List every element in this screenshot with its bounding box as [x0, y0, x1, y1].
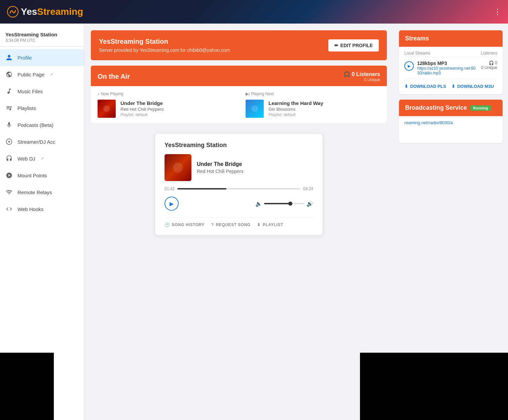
sidebar-item-music-files[interactable]: Music Files	[0, 83, 84, 100]
download-pls-button[interactable]: ⬇ DOWNLOAD PLS	[404, 84, 446, 89]
sidebar-item-remote-relays-label: Remote Relays	[17, 189, 52, 195]
headphones-icon: 🎧	[343, 71, 350, 77]
playing-next-album-art	[246, 100, 264, 118]
player-track-info: Under The Bridge Red Hot Chili Peppers	[197, 161, 244, 174]
sidebar-item-podcasts[interactable]: Podcasts (Beta)	[0, 116, 84, 133]
volume-knob	[288, 202, 292, 206]
now-playing-album-art	[98, 100, 116, 118]
request-song-button[interactable]: ? REQUEST SONG	[211, 222, 251, 227]
download-icon: ⬇	[257, 222, 261, 227]
topbar: YesStreaming ⋮	[0, 0, 508, 24]
playing-next-playlist: Playlist: default	[268, 112, 323, 117]
sidebar-item-playlists-label: Playlists	[17, 105, 36, 111]
sidebar-item-mount-points[interactable]: Mount Points	[0, 167, 84, 184]
headphones-icon	[5, 155, 13, 162]
topbar-menu-button[interactable]: ⋮	[494, 7, 501, 16]
music-note-icon	[5, 88, 13, 95]
volume-high-icon: 🔊	[306, 201, 313, 207]
music-note-icon: ♪	[98, 92, 100, 96]
sidebar-item-remote-relays[interactable]: Remote Relays	[0, 184, 84, 201]
sidebar-item-podcasts-label: Podcasts (Beta)	[17, 122, 53, 128]
broadcasting-title: Broadcasting Service	[405, 104, 467, 111]
playing-next-track-name: Learning the Hard Way	[268, 100, 323, 106]
player-play-button[interactable]: ▶	[165, 197, 179, 211]
broadcasting-url[interactable]: reaming.net/radio/8030/a	[404, 120, 497, 125]
sidebar-station-name: YesStreaming Station	[5, 32, 78, 37]
edit-profile-button[interactable]: ✏ EDIT PROFILE	[328, 39, 379, 51]
volume-fill	[264, 203, 290, 204]
player-controls: ▶ 🔈 🔊	[165, 197, 313, 211]
sidebar-item-streamer-dj-label: Streamer/DJ Acc	[17, 139, 56, 145]
profile-card: YesStreaming Station Server provided by …	[91, 30, 387, 60]
now-playing-artist: Red Hot Chili Peppers	[120, 107, 164, 112]
volume-bar[interactable]	[264, 203, 304, 204]
logo-icon	[7, 6, 19, 18]
play-next-icon: ▶|	[246, 92, 250, 96]
listener-unique: 0 Unique	[364, 77, 380, 82]
stream-url[interactable]: https://az10.yesstreaming.net:8030/radio…	[417, 66, 478, 75]
streams-card: Streams Local Streams Listeners ▶ 128kbp…	[399, 30, 503, 94]
station-name: YesStreaming Station	[99, 38, 230, 45]
sidebar-item-public-page[interactable]: Public Page ↗	[0, 66, 84, 83]
player-track-artist: Red Hot Chili Peppers	[197, 169, 244, 174]
streams-body: Local Streams Listeners ▶ 128kbps MP3 ht…	[399, 47, 503, 94]
profile-card-text: YesStreaming Station Server provided by …	[99, 38, 230, 53]
sidebar-station-time: 3:34:08 PM UTC	[5, 38, 78, 43]
on-air-listeners: 🎧 0 Listeners 0 Unique	[343, 71, 380, 82]
listener-count: 🎧 0 Listeners	[343, 71, 380, 77]
now-playing-section: ♪ Now Playing Under The Bridge Red Hot C…	[98, 92, 232, 118]
volume-low-icon: 🔈	[255, 201, 262, 207]
now-playing-track-name: Under The Bridge	[120, 100, 164, 106]
sidebar-item-profile[interactable]: Profile	[0, 49, 84, 66]
microphone-icon	[5, 121, 13, 129]
stream-listeners: 🎧 0 0 Unique	[481, 61, 497, 70]
player-album-art	[165, 154, 191, 181]
player-progress-row: 01:42 04:24	[165, 186, 313, 191]
sidebar-item-web-hooks[interactable]: Web Hooks	[0, 201, 84, 217]
stream-name: 128kbps MP3	[417, 61, 478, 66]
playlist-button[interactable]: ⬇ PLAYLIST	[257, 222, 283, 227]
player-station-name: YesStreaming Station	[165, 142, 313, 149]
sidebar-item-web-hooks-label: Web Hooks	[17, 206, 43, 212]
now-playing-playlist: Playlist: default	[120, 112, 164, 117]
logo-text: YesStreaming	[21, 6, 83, 17]
stream-play-icon[interactable]: ▶	[404, 61, 414, 71]
player-time-total: 04:24	[303, 186, 313, 191]
black-overlay-right	[360, 353, 508, 420]
sidebar-item-web-dj-label: Web DJ	[17, 156, 35, 162]
black-overlay-left	[0, 353, 54, 420]
broadcasting-body: reaming.net/radio/8030/a	[399, 116, 503, 143]
streams-actions: ⬇ DOWNLOAD PLS ⬇ DOWNLOAD M3U	[404, 82, 497, 90]
player-volume-row: 🔈 🔊	[179, 201, 313, 207]
download-pls-icon: ⬇	[404, 84, 408, 89]
mount-icon	[5, 172, 13, 179]
on-air-header: On the Air 🎧 0 Listeners 0 Unique	[91, 66, 387, 86]
main-content: YesStreaming Station Server provided by …	[84, 24, 394, 420]
player-track-row: Under The Bridge Red Hot Chili Peppers	[165, 154, 313, 181]
on-air-title: On the Air	[98, 73, 130, 80]
sidebar-item-music-files-label: Music Files	[17, 89, 43, 94]
sidebar-item-streamer-dj[interactable]: Streamer/DJ Acc	[0, 133, 84, 150]
playing-next-artist: Gin Blossoms	[268, 107, 323, 112]
stream-item: ▶ 128kbps MP3 https://az10.yesstreaming.…	[404, 61, 497, 75]
player-progress-bar[interactable]	[177, 188, 300, 189]
sidebar-station-info: YesStreaming Station 3:34:08 PM UTC	[0, 27, 84, 46]
request-icon: ?	[211, 222, 214, 227]
player-bottom-actions: 🕐 SONG HISTORY ? REQUEST SONG ⬇ PLAYLIST	[165, 217, 313, 227]
playlist-icon	[5, 104, 13, 112]
player-track-name: Under The Bridge	[197, 161, 244, 167]
sidebar-item-web-dj[interactable]: Web DJ ↗	[0, 150, 84, 167]
running-badge: Running	[470, 105, 491, 111]
stream-details: 128kbps MP3 https://az10.yesstreaming.ne…	[417, 61, 478, 75]
streams-divider	[404, 79, 497, 79]
person-icon	[5, 54, 13, 61]
download-m3u-button[interactable]: ⬇ DOWNLOAD M3U	[451, 84, 494, 89]
streams-header: Streams	[399, 30, 503, 47]
logo[interactable]: YesStreaming	[7, 6, 83, 18]
now-playing-details: Under The Bridge Red Hot Chili Peppers P…	[120, 100, 164, 117]
sidebar-item-profile-label: Profile	[17, 55, 32, 61]
svg-point-1	[8, 141, 10, 143]
song-history-button[interactable]: 🕐 SONG HISTORY	[165, 222, 205, 227]
sidebar-item-playlists[interactable]: Playlists	[0, 100, 84, 116]
player-time-current: 01:42	[165, 186, 175, 191]
